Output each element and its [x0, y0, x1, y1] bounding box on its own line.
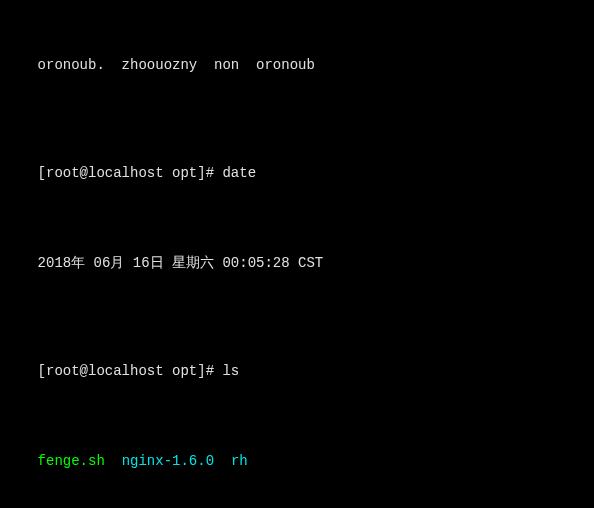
shell-prompt: [root@localhost opt]# [38, 165, 223, 181]
command-input: ls [222, 363, 239, 379]
partial-top-line: oronoub. zhoouozny non oronoub [38, 57, 315, 73]
ls-sep [214, 453, 231, 469]
terminal-window[interactable]: oronoub. zhoouozny non oronoub [root@loc… [0, 0, 594, 508]
ls-sep [105, 453, 122, 469]
ls-directory: rh [231, 453, 248, 469]
command-input: date [222, 165, 256, 181]
ls-directory: nginx-1.6.0 [122, 453, 214, 469]
date-output: 2018年 06月 16日 星期六 00:05:28 CST [38, 255, 324, 271]
ls-executable: fenge.sh [38, 453, 105, 469]
shell-prompt: [root@localhost opt]# [38, 363, 223, 379]
